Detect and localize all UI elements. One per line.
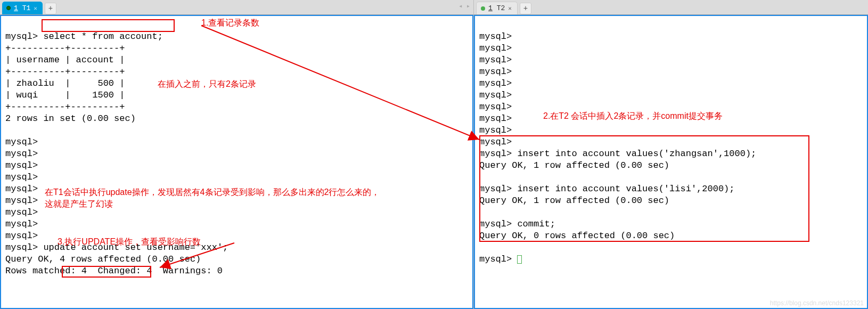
left-terminal[interactable]: mysql> select * from account; +---------… (0, 15, 473, 309)
sql-update: update account set username='xxx'; (43, 242, 228, 253)
left-tabbar: 1 T1 ✕ + ◂ ▸ (0, 0, 473, 15)
tab-t1[interactable]: 1 T1 ✕ (2, 2, 43, 14)
prompt: mysql> (5, 172, 38, 182)
prompt: mysql> (479, 254, 512, 264)
result-count: 2 rows in set (0.00 sec) (5, 113, 136, 124)
sql-insert: insert into account values('zhangsan',10… (517, 149, 756, 159)
query-ok: Query OK, 1 row affected (0.00 sec) (479, 160, 669, 170)
table-header: | username | account | (5, 55, 125, 65)
sql-commit: commit; (517, 219, 555, 229)
prompt: mysql> (5, 31, 38, 42)
query-ok: Query OK, 1 row affected (0.00 sec) (479, 196, 669, 206)
prompt: mysql> (5, 137, 38, 147)
tab-t2[interactable]: 1 T2 ✕ (476, 2, 518, 14)
prompt: mysql> (479, 149, 512, 159)
prompt: mysql> (479, 184, 512, 194)
left-pane: 1 T1 ✕ + ◂ ▸ mysql> select * from accoun… (0, 0, 474, 309)
right-pane: 1 T2 ✕ + mysql> mysql> mysql> mysql> mys… (474, 0, 868, 309)
prompt: mysql> (5, 219, 38, 229)
prompt: mysql> (479, 137, 512, 147)
prompt: mysql> (5, 231, 38, 241)
prompt: mysql> (479, 31, 512, 42)
table-row: | zhaoliu | 500 | (5, 78, 125, 88)
right-terminal[interactable]: mysql> mysql> mysql> mysql> mysql> mysql… (474, 15, 868, 309)
sql-insert: insert into account values('lisi',2000); (517, 184, 734, 194)
prompt: mysql> (479, 102, 512, 112)
table-border: +----------+---------+ (5, 67, 125, 77)
new-tab-button[interactable]: + (45, 3, 56, 14)
right-tabbar: 1 T2 ✕ + (474, 0, 868, 15)
close-icon[interactable]: ✕ (508, 5, 512, 12)
prompt: mysql> (479, 125, 512, 135)
table-border: +----------+---------+ (5, 43, 125, 53)
close-icon[interactable]: ✕ (34, 5, 37, 12)
rows-affected: 4 rows affected (60, 254, 141, 264)
prompt: mysql> (5, 184, 38, 194)
query-time: (0.00 sec) (141, 254, 201, 264)
nav-arrows-icon[interactable]: ◂ ▸ (458, 2, 470, 10)
prompt: mysql> (5, 196, 38, 206)
prompt: mysql> (479, 90, 512, 100)
query-ok: Query OK, 0 rows affected (0.00 sec) (479, 231, 675, 241)
rows-matched: Rows matched: 4 Changed: 4 Warnings: 0 (5, 266, 223, 276)
status-dot-icon (481, 6, 485, 11)
tab-label: 1 T1 (14, 4, 30, 12)
watermark: https://blog.csdn.net/cnds123321 (770, 299, 864, 307)
new-tab-button[interactable]: + (520, 3, 531, 14)
prompt: mysql> (5, 149, 38, 159)
prompt: mysql> (479, 219, 512, 229)
cursor-icon (517, 255, 522, 264)
prompt: mysql> (5, 242, 38, 253)
prompt: mysql> (5, 207, 38, 217)
tab-label: 1 T2 (488, 4, 505, 12)
query-ok: Query OK, (5, 254, 60, 264)
status-dot-icon (6, 6, 11, 10)
table-row: | wuqi | 1500 | (5, 90, 125, 100)
table-border: +----------+---------+ (5, 102, 125, 112)
sql-select: select * from account; (43, 31, 162, 42)
prompt: mysql> (479, 67, 512, 77)
prompt: mysql> (479, 113, 512, 124)
prompt: mysql> (479, 55, 512, 65)
prompt: mysql> (479, 78, 512, 88)
prompt: mysql> (5, 160, 38, 170)
prompt: mysql> (479, 43, 512, 53)
